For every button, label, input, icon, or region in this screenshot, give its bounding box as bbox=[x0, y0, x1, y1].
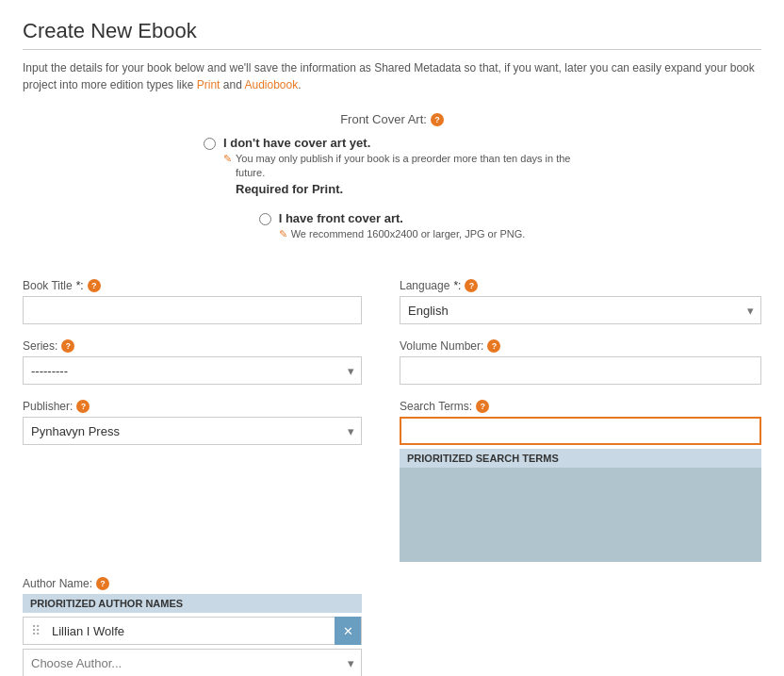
volume-group: Volume Number: ? bbox=[400, 339, 761, 385]
search-terms-label: Search Terms: ? bbox=[400, 400, 761, 413]
cover-art-section: Front Cover Art: ? I don't have cover ar… bbox=[23, 112, 761, 253]
page-title: Create New Ebook bbox=[23, 19, 761, 50]
choose-author-select[interactable]: Choose Author... bbox=[23, 649, 362, 676]
language-label: Language*: ? bbox=[400, 279, 761, 292]
publisher-select[interactable]: Pynhavyn Press bbox=[23, 417, 362, 445]
publisher-help-icon[interactable]: ? bbox=[76, 400, 90, 413]
author-help-icon[interactable]: ? bbox=[96, 577, 109, 590]
language-select-wrapper: English Spanish French German Italian bbox=[400, 296, 761, 324]
author-name: Lillian I Wolfe bbox=[48, 624, 335, 638]
author-label: Author Name: ? bbox=[23, 577, 362, 590]
series-group: Series: ? --------- bbox=[23, 339, 362, 385]
author-subheader: PRIORITIZED AUTHOR NAMES bbox=[23, 594, 362, 613]
search-terms-help-icon[interactable]: ? bbox=[476, 400, 489, 413]
volume-help-icon[interactable]: ? bbox=[487, 339, 500, 353]
search-terms-input[interactable] bbox=[400, 417, 761, 445]
grid-spacer bbox=[400, 577, 761, 676]
form-grid: Book Title*: ? Language*: ? English Span… bbox=[23, 279, 761, 676]
series-help-icon[interactable]: ? bbox=[61, 339, 74, 353]
hint-icon-2: ✎ bbox=[279, 227, 287, 241]
publisher-select-wrapper: Pynhavyn Press bbox=[23, 417, 362, 445]
language-select[interactable]: English Spanish French German Italian bbox=[400, 296, 761, 324]
series-select-wrapper: --------- bbox=[23, 356, 362, 385]
author-section: Author Name: ? PRIORITIZED AUTHOR NAMES … bbox=[23, 577, 362, 676]
author-drag-handle[interactable]: ⠿ bbox=[24, 623, 48, 638]
prioritized-search-terms-box: PRIORITIZED SEARCH TERMS bbox=[400, 449, 761, 562]
author-tag: ⠿ Lillian I Wolfe ✕ bbox=[23, 617, 362, 645]
publisher-group: Publisher: ? Pynhavyn Press bbox=[23, 400, 362, 562]
audiobook-link[interactable]: Audiobook bbox=[244, 78, 298, 91]
book-title-group: Book Title*: ? bbox=[23, 279, 362, 324]
volume-label: Volume Number: ? bbox=[400, 339, 761, 353]
no-cover-art-radio[interactable] bbox=[204, 138, 216, 150]
language-group: Language*: ? English Spanish French Germ… bbox=[400, 279, 761, 324]
no-cover-art-option: I don't have cover art yet. ✎ You may on… bbox=[204, 136, 580, 200]
print-link[interactable]: Print bbox=[197, 78, 220, 91]
no-cover-art-title: I don't have cover art yet. bbox=[223, 136, 580, 150]
cover-art-label: Front Cover Art: ? bbox=[340, 112, 444, 126]
book-title-label: Book Title*: ? bbox=[23, 279, 362, 292]
have-cover-art-title: I have front cover art. bbox=[279, 211, 526, 225]
book-title-input[interactable] bbox=[23, 296, 362, 324]
series-select[interactable]: --------- bbox=[23, 356, 362, 385]
language-help-icon[interactable]: ? bbox=[465, 279, 478, 292]
cover-art-help-icon[interactable]: ? bbox=[431, 113, 444, 126]
publisher-label: Publisher: ? bbox=[23, 400, 362, 413]
book-title-help-icon[interactable]: ? bbox=[88, 279, 101, 292]
hint-icon-1: ✎ bbox=[223, 152, 232, 166]
have-cover-art-option: I have front cover art. ✎ We recommend 1… bbox=[259, 211, 526, 241]
intro-text: Input the details for your book below an… bbox=[23, 59, 761, 93]
volume-input[interactable] bbox=[400, 356, 761, 385]
author-remove-button[interactable]: ✕ bbox=[335, 617, 361, 645]
prioritized-header: PRIORITIZED SEARCH TERMS bbox=[400, 449, 761, 468]
prioritized-content bbox=[400, 468, 761, 562]
series-label: Series: ? bbox=[23, 339, 362, 353]
choose-author-wrapper: Choose Author... bbox=[23, 649, 362, 676]
have-cover-art-radio[interactable] bbox=[259, 213, 271, 225]
search-terms-section: Search Terms: ? PRIORITIZED SEARCH TERMS bbox=[400, 400, 761, 562]
